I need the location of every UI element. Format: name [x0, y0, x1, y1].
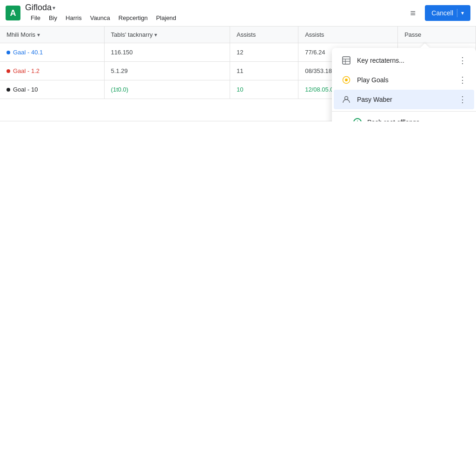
app-title-dropdown[interactable]: Gifloda ▾	[25, 3, 180, 13]
dropdown-item-label: Pasy Waber	[357, 96, 453, 103]
more-options-icon[interactable]: ⋮	[458, 55, 467, 66]
dropdown-item-label: Play Goals	[357, 76, 453, 84]
col-dropdown-icon-1[interactable]: ▾	[154, 32, 157, 38]
cell-value: 5.1.29	[111, 67, 128, 74]
cell-col3-1: 11	[230, 62, 298, 80]
col-dropdown-icon-0[interactable]: ▾	[37, 32, 40, 38]
cell-value: (1t0.0)	[111, 86, 129, 93]
cell-value: 08/353.188	[305, 67, 335, 74]
menu-biy[interactable]: Biy	[45, 13, 61, 23]
hamburger-icon: ≡	[410, 8, 416, 19]
cell-value: 10	[237, 86, 243, 93]
plus-circle-icon: +	[353, 118, 362, 121]
col-label-3: Assists	[305, 31, 324, 38]
col-label-2: Assists	[237, 31, 256, 38]
svg-point-5	[345, 79, 348, 81]
button-divider	[457, 9, 457, 17]
cell-col3-2: 10	[230, 80, 298, 99]
menu-file[interactable]: File	[27, 13, 44, 23]
col-label-1: Tabls' tacknarry	[111, 31, 153, 38]
dropdown-item-label: Pash root offlongs	[367, 119, 467, 121]
goal-label: Gaal - 1.2	[13, 67, 40, 74]
cell-col2-1: 5.1.29	[104, 62, 230, 80]
app-title: Gifloda	[25, 3, 52, 13]
col-header-4: Passe	[398, 26, 476, 43]
svg-rect-0	[343, 57, 350, 64]
table-header-row: Mhili Moris ▾ Tabls' tacknarry ▾ Assists	[0, 26, 476, 43]
chevron-down-icon: ▾	[53, 5, 55, 11]
panel-divider	[332, 111, 476, 112]
col-header-3: Assists	[298, 26, 398, 43]
cell-col3-0: 12	[230, 43, 298, 62]
table-icon	[341, 55, 351, 66]
hamburger-menu-button[interactable]: ≡	[404, 5, 421, 21]
menu-bar: File Biy Harris Vaunca Repcertign Plajen…	[27, 13, 180, 23]
col-label-0: Mhili Moris	[7, 31, 35, 38]
table-wrapper: Mhili Moris ▾ Tabls' tacknarry ▾ Assists	[0, 26, 476, 121]
dropdown-panel: Key rectaterns... ⋮ Play Goals ⋮ Pasy Wa…	[332, 48, 476, 121]
col-label-4: Passe	[404, 31, 421, 38]
cancel-button[interactable]: Cancell ▾	[425, 5, 470, 21]
goal-icon	[341, 75, 351, 85]
panel-arrow	[420, 43, 430, 48]
dot-icon	[7, 88, 10, 92]
dropdown-item-pash-root[interactable]: + Pash root offlongs	[334, 113, 474, 121]
goal-label: Gaal - 40.1	[13, 49, 43, 56]
cancel-label: Cancell	[431, 9, 453, 17]
dot-icon	[7, 51, 10, 54]
col-header-0[interactable]: Mhili Moris ▾	[0, 26, 104, 43]
app-logo: A	[6, 6, 20, 20]
chevron-down-icon: ▾	[461, 10, 464, 16]
cell-goal-0: Gaal - 40.1	[0, 43, 104, 62]
logo-letter: A	[10, 8, 16, 18]
person-icon	[341, 94, 351, 105]
cell-col2-0: 116.150	[104, 43, 230, 62]
cell-value: 12	[237, 49, 243, 56]
cell-value: 116.150	[111, 49, 133, 56]
top-bar: A Gifloda ▾ File Biy Harris Vaunca Repce…	[0, 0, 476, 26]
menu-plajend[interactable]: Plajend	[152, 13, 180, 23]
dropdown-item-pasy-waber[interactable]: Pasy Waber ⋮	[334, 90, 474, 109]
cell-value: 77/6.24	[305, 49, 325, 56]
goal-label: Goal - 10	[13, 86, 38, 93]
dropdown-item-key-rectaterns[interactable]: Key rectaterns... ⋮	[334, 51, 474, 70]
dropdown-item-label: Key rectaterns...	[357, 57, 453, 64]
cell-col2-2: (1t0.0)	[104, 80, 230, 99]
more-options-icon[interactable]: ⋮	[458, 94, 467, 105]
top-bar-right: ≡ Cancell ▾	[404, 5, 470, 21]
cell-goal-1: Gaal - 1.2	[0, 62, 104, 80]
menu-harris[interactable]: Harris	[62, 13, 86, 23]
more-options-icon[interactable]: ⋮	[458, 75, 467, 85]
dropdown-item-play-goals[interactable]: Play Goals ⋮	[334, 70, 474, 90]
cell-goal-2: Goal - 10	[0, 80, 104, 99]
cell-value: 11	[237, 67, 243, 74]
app-title-wrap: Gifloda ▾ File Biy Harris Vaunca Repcert…	[25, 3, 180, 23]
menu-repcertign[interactable]: Repcertign	[115, 13, 152, 23]
col-header-2: Assists	[230, 26, 298, 43]
menu-vaunca[interactable]: Vaunca	[86, 13, 114, 23]
dot-icon	[7, 69, 10, 73]
col-header-1[interactable]: Tabls' tacknarry ▾	[104, 26, 230, 43]
